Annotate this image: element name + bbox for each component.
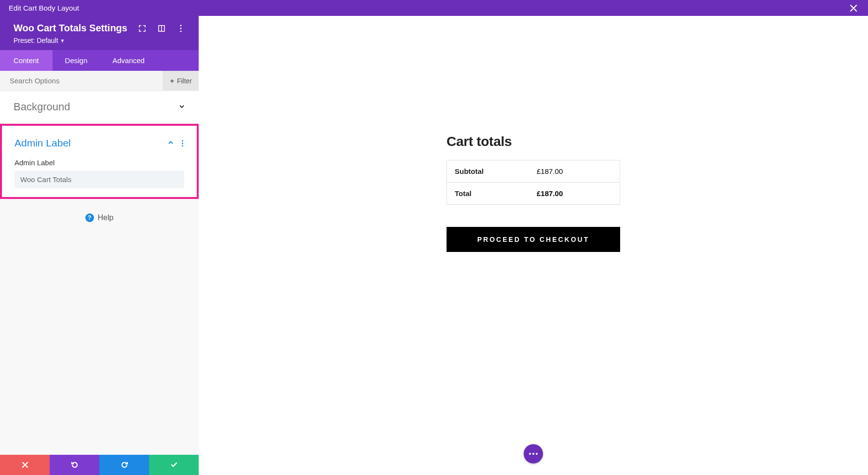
subtotal-label: Subtotal xyxy=(455,167,537,175)
search-input[interactable] xyxy=(0,77,163,85)
admin-label-input[interactable] xyxy=(14,171,184,188)
preset-label: Preset: Default xyxy=(14,37,58,44)
panel-header: Woo Cart Totals Settings Preset: Default… xyxy=(0,16,199,50)
help-icon: ? xyxy=(85,213,94,222)
topbar-title: Edit Cart Body Layout xyxy=(9,4,79,12)
column-icon[interactable] xyxy=(157,24,166,33)
fab-more-button[interactable] xyxy=(524,444,543,463)
tabs: Content Design Advanced xyxy=(0,50,199,71)
settings-sidebar: Woo Cart Totals Settings Preset: Default… xyxy=(0,16,199,475)
caret-down-icon: ▼ xyxy=(60,38,65,43)
close-icon[interactable] xyxy=(848,2,859,14)
section-background-title: Background xyxy=(14,101,178,113)
help-button[interactable]: ? Help xyxy=(0,199,199,237)
plus-icon: + xyxy=(170,77,174,85)
checkout-button[interactable]: PROCEED TO CHECKOUT xyxy=(447,227,620,252)
redo-button[interactable] xyxy=(99,455,149,475)
cart-row-subtotal: Subtotal £187.00 xyxy=(447,160,620,182)
undo-button[interactable] xyxy=(50,455,99,475)
more-icon[interactable] xyxy=(176,24,185,33)
tab-design[interactable]: Design xyxy=(53,50,100,71)
preset-dropdown[interactable]: Preset: Default ▼ xyxy=(14,37,185,44)
topbar: Edit Cart Body Layout xyxy=(0,0,868,16)
cancel-button[interactable] xyxy=(0,455,50,475)
help-label: Help xyxy=(98,213,114,222)
search-row: + Filter xyxy=(0,71,199,91)
admin-label-field-label: Admin Label xyxy=(14,158,184,167)
tab-advanced[interactable]: Advanced xyxy=(100,50,158,71)
chevron-up-icon[interactable] xyxy=(167,139,174,147)
confirm-button[interactable] xyxy=(149,455,199,475)
total-value: £187.00 xyxy=(537,189,563,198)
section-more-icon[interactable] xyxy=(181,139,184,147)
panel-title: Woo Cart Totals Settings xyxy=(14,23,134,34)
filter-button[interactable]: + Filter xyxy=(163,71,199,91)
filter-label: Filter xyxy=(177,77,192,85)
preview-area: Cart totals Subtotal £187.00 Total £187.… xyxy=(199,16,868,475)
subtotal-value: £187.00 xyxy=(537,167,563,175)
svg-point-2 xyxy=(180,25,181,26)
admin-label-section: Admin Label Admin Label xyxy=(0,124,199,199)
svg-point-3 xyxy=(180,27,181,29)
admin-label-title[interactable]: Admin Label xyxy=(14,137,167,149)
expand-icon[interactable] xyxy=(138,24,147,33)
svg-point-4 xyxy=(180,30,181,32)
cart-row-total: Total £187.00 xyxy=(447,182,620,204)
cart-heading: Cart totals xyxy=(447,134,620,149)
total-label: Total xyxy=(455,189,537,198)
cart-table: Subtotal £187.00 Total £187.00 xyxy=(447,160,620,205)
cart-totals-module: Cart totals Subtotal £187.00 Total £187.… xyxy=(447,134,620,252)
section-background[interactable]: Background xyxy=(0,91,199,123)
tab-content[interactable]: Content xyxy=(0,50,53,71)
chevron-down-icon xyxy=(178,103,185,111)
bottom-actions xyxy=(0,455,199,475)
